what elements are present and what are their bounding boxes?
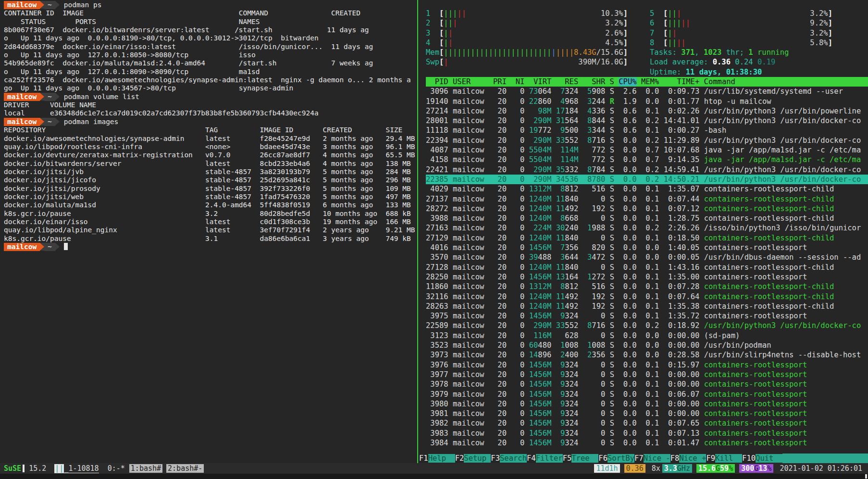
- shell-prompt: mailcow~podman images: [4, 118, 416, 126]
- terminal-text: docker.io/devture/zeratax-matrix-registr…: [4, 151, 415, 159]
- tasks-summary: Tasks: 371, 1023 thr; 1 running: [650, 48, 832, 57]
- powerline-arrow-icon: [55, 93, 60, 101]
- terminal-line: k8s.gcr.io/pause 3.1 da86e6ba6ca1 3 year…: [4, 235, 416, 243]
- process-row[interactable]: 11860 mailcow 20 0 1312M 8812 516 S 0.0 …: [426, 282, 868, 291]
- tmux-window-0[interactable]: 0:-*: [103, 464, 129, 473]
- terminal-text: docker.io/jitsi/web stable-4857 1fad7547…: [4, 193, 411, 201]
- fkey-f1[interactable]: F1Help: [419, 454, 455, 463]
- terminal-text: docker.io/bitwardenrs/server latest 8cbd…: [4, 160, 411, 167]
- process-row[interactable]: 3975 mailcow 20 0 1456M 9324 0 S 0.0 0.1…: [426, 311, 868, 321]
- process-row[interactable]: 27214 mailcow 20 0 98M 17184 4336 S 0.6 …: [426, 106, 868, 116]
- process-row[interactable]: 28272 mailcow 20 0 1240M 11492 192 S 0.0…: [426, 204, 868, 214]
- terminal-line: STATUS PORTS NAMES: [4, 18, 416, 26]
- htop-pane[interactable]: 1 [|||||10.3%]2 [|||3.2%]3 [||2.6%]4 [||…: [419, 0, 868, 463]
- process-row[interactable]: 3096 mailcow 20 0 73064 7324 5908 S 2.6 …: [426, 87, 868, 96]
- cpu-meter: 2 [|||3.2%]: [426, 18, 628, 28]
- cpu-meter: 8 [||||5.8%]: [650, 38, 832, 48]
- terminal-text: docker.io/jitsi/prosody stable-4857 392f…: [4, 185, 411, 192]
- process-row[interactable]: 27129 mailcow 20 0 1240M 11840 0 S 0.0 0…: [426, 233, 868, 243]
- tmux-window-2[interactable]: 2:bash#-: [166, 464, 204, 473]
- process-row[interactable]: 27137 mailcow 20 0 1240M 11840 0 S 0.0 0…: [426, 194, 868, 204]
- process-row[interactable]: 28001 mailcow 20 0 290M 31564 8844 S 0.6…: [426, 116, 868, 126]
- htop-meters-left: 1 [|||||10.3%]2 [|||3.2%]3 [||2.6%]4 [||…: [426, 9, 628, 77]
- fkey-f3[interactable]: F3Search: [491, 454, 527, 463]
- terminal-line: docker.io/jitsi/web stable-4857 1fad7547…: [4, 193, 416, 201]
- terminal-text: 54b965de89fc docker.io/maluta/ma1sd:2.4.…: [4, 59, 373, 67]
- process-row[interactable]: 32116 mailcow 20 0 1240M 11492 192 S 0.0…: [426, 292, 868, 302]
- fkey-f10[interactable]: F10Quit: [742, 454, 782, 463]
- process-row[interactable]: 3976 mailcow 20 0 1456M 9324 0 S 0.0 0.1…: [426, 360, 868, 370]
- process-row[interactable]: 22385 mailcow 20 0 290M 34536 8780 S 0.0…: [426, 175, 868, 184]
- process-row[interactable]: 3980 mailcow 20 0 1456M 9324 0 S 0.0 0.1…: [426, 399, 868, 409]
- powerline-arrow-icon: [55, 1, 60, 9]
- process-row[interactable]: 3978 mailcow 20 0 1456M 9324 0 S 0.0 0.1…: [426, 379, 868, 389]
- process-row[interactable]: 3979 mailcow 20 0 1456M 9324 0 S 0.0 0.1…: [426, 390, 868, 399]
- tmux-window-1[interactable]: 1:bash#: [129, 464, 162, 473]
- powerline-arrow-icon: [55, 118, 60, 126]
- shell-command: podman volume list: [64, 93, 139, 101]
- terminal-text: docker.io/awesometechnologies/synapse-ad…: [4, 135, 415, 142]
- fkey-f4[interactable]: F4Filter: [527, 454, 563, 463]
- terminal-text: o Up 11 days ago 127.0.0.1:8050->8080/tc…: [4, 51, 256, 59]
- fkey-f9[interactable]: F9Kill: [706, 454, 742, 463]
- uptime: Uptime: 11 days, 01:38:30: [650, 67, 832, 77]
- terminal-line: docker.io/jitsi/jvb stable-4857 3a823019…: [4, 168, 416, 176]
- swap-meter: Swp[|390M/16.0G]: [426, 57, 628, 67]
- process-row[interactable]: 4158 mailcow 20 0 5504M 114M 772 S 0.0 0…: [426, 155, 868, 164]
- htop-function-bar: F1Help F2Setup F3SearchF4FilterF5Tree F6…: [419, 454, 868, 463]
- process-row[interactable]: 22421 mailcow 20 0 290M 35332 8784 S 0.0…: [426, 165, 868, 175]
- process-row[interactable]: 28263 mailcow 20 0 1240M 11492 192 S 0.0…: [426, 302, 868, 311]
- process-row[interactable]: 4087 mailcow 20 0 5504M 114M 772 S 0.0 0…: [426, 145, 868, 155]
- fkey-f7[interactable]: F7Nice -: [634, 454, 670, 463]
- process-row[interactable]: 3570 mailcow 20 0 39488 3644 3472 S 0.0 …: [426, 252, 868, 262]
- process-row[interactable]: 3973 mailcow 20 0 14896 2400 2356 S 0.0 …: [426, 350, 868, 360]
- terminal-line: 2d84dd68379e docker.io/einar/isso:latest…: [4, 43, 416, 51]
- process-row[interactable]: 27128 mailcow 20 0 1240M 11840 0 S 0.0 0…: [426, 263, 868, 272]
- process-row[interactable]: 4029 mailcow 20 0 1312M 8812 516 S 0.0 0…: [426, 184, 868, 194]
- prompt-user-segment: mailcow: [4, 93, 40, 101]
- terminal-text: 2d84dd68379e docker.io/einar/isso:latest…: [4, 43, 373, 50]
- prompt-user-segment: mailcow: [4, 243, 40, 251]
- tmux-window-list: 0:-* 1:bash#2:bash#-: [99, 464, 208, 473]
- process-row[interactable]: 3983 mailcow 20 0 1456M 9324 0 S 0.0 0.1…: [426, 429, 868, 438]
- process-row[interactable]: 28250 mailcow 20 0 1456M 13164 1272 S 0.…: [426, 272, 868, 282]
- process-row[interactable]: 22589 mailcow 20 0 290M 33552 8716 S 0.0…: [426, 321, 868, 330]
- terminal-text: docker.io/jitsi/jicofo stable-4857 25d26…: [4, 176, 411, 184]
- powerline-arrow-icon: [40, 93, 44, 101]
- process-row[interactable]: 3988 mailcow 20 0 1240M 8668 0 S 0.0 0.1…: [426, 214, 868, 223]
- process-row[interactable]: 3981 mailcow 20 0 1456M 9324 0 S 0.0 0.1…: [426, 409, 868, 418]
- scrollbar-thumb[interactable]: [865, 474, 867, 479]
- process-row[interactable]: 3982 mailcow 20 0 1456M 9324 0 S 0.0 0.1…: [426, 418, 868, 428]
- process-row[interactable]: 22394 mailcow 20 0 290M 33552 8716 S 0.0…: [426, 136, 868, 145]
- fkey-f5[interactable]: F5Tree: [563, 454, 599, 463]
- terminal-line: 54b965de89fc docker.io/maluta/ma1sd:2.4.…: [4, 59, 416, 67]
- prompt-user-segment: mailcow: [4, 1, 40, 9]
- process-row[interactable]: 11118 mailcow 20 0 19772 9500 3344 S 0.6…: [426, 126, 868, 135]
- process-row[interactable]: 3984 mailcow 20 0 1456M 9324 0 S 0.0 0.1…: [426, 438, 868, 448]
- fkey-f8[interactable]: F8Nice +: [670, 454, 707, 463]
- process-row[interactable]: 19140 mailcow 20 0 22860 4968 3244 R 1.9…: [426, 97, 868, 106]
- text-cursor[interactable]: [64, 243, 68, 250]
- terminal-line: 8b0067f30e67 docker.io/bitwardenrs/serve…: [4, 26, 416, 34]
- process-row[interactable]: 3523 mailcow 20 0 60480 1008 1008 S 0.0 …: [426, 340, 868, 350]
- cpu-meter: 6 [|||||9.2%]: [650, 18, 832, 28]
- terminal-line: docker.io/awesometechnologies/synapse-ad…: [4, 135, 416, 143]
- terminal-line: go Up 11 days ago 0.0.0.0:34567->80/tcp …: [4, 84, 416, 92]
- tmux-status-segment: 3.3GHz: [662, 464, 692, 473]
- terminal-line: quay.io/libpod/alpine_nginx latest 3ef70…: [4, 226, 416, 234]
- sort-column-header[interactable]: CPU%: [619, 77, 636, 86]
- memory-meter: Mem[|||||||||||||||||||||||||||||8.43G/1…: [426, 48, 628, 57]
- tmux-status-segment: 11d1h: [594, 464, 620, 473]
- tmux-session-name[interactable]: ||_1-10818: [54, 464, 99, 473]
- fkey-f2[interactable]: F2Setup: [455, 454, 491, 463]
- process-row[interactable]: 3123 mailcow 20 0 116M 628 0 S 0.0 0.0 0…: [426, 331, 868, 340]
- process-row[interactable]: 27163 mailcow 20 0 224M 30240 1988 S 0.0…: [426, 223, 868, 233]
- fkey-f6[interactable]: F6SortBy: [598, 454, 634, 463]
- process-row[interactable]: 3977 mailcow 20 0 1456M 9324 0 S 0.0 0.1…: [426, 370, 868, 379]
- left-terminal-pane[interactable]: mailcow~podman psCONTAINER ID IMAGE COMM…: [0, 0, 416, 463]
- shell-prompt: mailcow~: [4, 243, 416, 251]
- terminal-text: 8b0067f30e67 docker.io/bitwardenrs/serve…: [4, 26, 369, 34]
- fbar-fill: [782, 454, 868, 463]
- process-row[interactable]: 4016 mailcow 20 0 1456M 7356 820 S 0.0 0…: [426, 243, 868, 252]
- process-table-header[interactable]: PID USER PRI NI VIRT RES SHR S CPU% MEM%…: [426, 77, 868, 87]
